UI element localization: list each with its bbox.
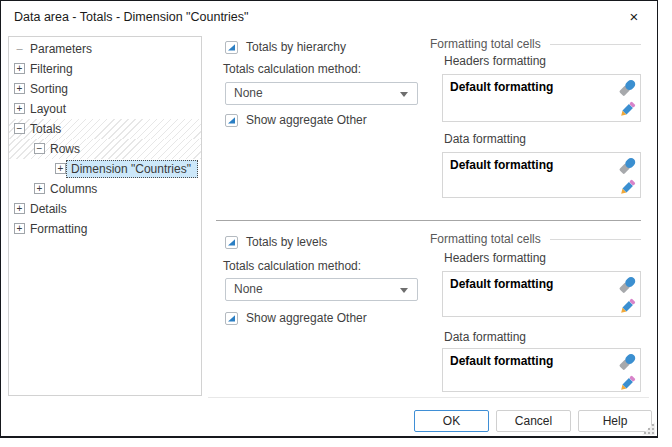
eraser-icon[interactable] (618, 78, 637, 97)
expand-icon[interactable]: + (14, 223, 25, 234)
dialog-title: Data area - Totals - Dimension "Countrie… (14, 10, 248, 24)
tree-item-highlight: Filtering (25, 60, 77, 78)
tree: –Parameters+Filtering+Sorting+Layout−Tot… (8, 36, 202, 396)
tree-item-label: Filtering (30, 62, 73, 76)
expand-icon[interactable]: + (55, 163, 66, 174)
edit-pencil-icon[interactable] (618, 100, 637, 119)
tree-item-highlight: Rows (45, 140, 84, 158)
eraser-icon[interactable] (618, 352, 637, 371)
tree-item-label: Totals (30, 122, 61, 136)
tree-item-label: Rows (50, 142, 80, 156)
calculation-method-dropdown[interactable]: None (225, 278, 418, 301)
totals-by-hierarchy-checkbox-row[interactable]: Totals by hierarchy (225, 40, 346, 54)
group-label: Formatting total cells (430, 232, 541, 246)
eraser-icon[interactable] (618, 156, 637, 175)
leaf-dash-icon: – (14, 43, 25, 54)
checkbox-triangle-icon (228, 117, 235, 124)
tree-item-parameters[interactable]: –Parameters (9, 39, 201, 59)
title-bar: Data area - Totals - Dimension "Countrie… (1, 1, 657, 33)
tree-item-label: Sorting (30, 82, 68, 96)
help-button[interactable]: Help (578, 410, 652, 432)
calculation-method-value: None (234, 86, 263, 100)
group-label: Formatting total cells (430, 37, 541, 51)
edit-pencil-icon[interactable] (618, 178, 637, 197)
tree-item-filtering[interactable]: +Filtering (9, 59, 201, 79)
show-aggregate-other-checkbox-row[interactable]: Show aggregate Other (225, 113, 367, 127)
checkbox-triangle-icon (228, 239, 235, 246)
tree-item-columns[interactable]: +Columns (9, 179, 201, 199)
tree-item-label: Parameters (30, 42, 92, 56)
checkbox-indeterminate-icon[interactable] (225, 312, 238, 325)
tree-item-highlight: Formatting (25, 220, 91, 238)
checkbox-indeterminate-icon[interactable] (225, 41, 238, 54)
data-formatting-value: Default formatting (450, 354, 553, 368)
chevron-down-icon (400, 288, 408, 293)
formatting-tools (618, 352, 637, 393)
dialog-window: Data area - Totals - Dimension "Countrie… (0, 0, 658, 438)
collapse-icon[interactable]: − (14, 123, 25, 134)
close-icon[interactable]: × (625, 8, 643, 26)
data-formatting-box: Default formatting (442, 348, 641, 392)
expand-icon[interactable]: + (34, 183, 45, 194)
expand-icon[interactable]: + (14, 103, 25, 114)
eraser-icon[interactable] (618, 275, 637, 294)
tree-item-label: Columns (50, 182, 97, 196)
headers-formatting-value: Default formatting (450, 277, 553, 291)
method-label: Totals calculation method: (223, 259, 361, 273)
group-rule (550, 44, 641, 45)
tree-item-highlight: Totals (25, 120, 65, 138)
tree-item-label: Layout (30, 102, 66, 116)
tree-item-dimension-countries[interactable]: +Dimension "Countries" (9, 159, 201, 179)
headers-formatting-value: Default formatting (450, 80, 553, 94)
tree-item-highlight: Details (25, 200, 71, 218)
cancel-button[interactable]: Cancel (496, 410, 571, 432)
show-aggregate-other-label: Show aggregate Other (246, 113, 367, 127)
expand-icon[interactable]: + (14, 203, 25, 214)
headers-formatting-box: Default formatting (442, 271, 641, 317)
show-aggregate-other-checkbox-row[interactable]: Show aggregate Other (225, 311, 367, 325)
calculation-method-dropdown[interactable]: None (225, 82, 418, 105)
resize-grip[interactable] (642, 422, 655, 435)
expand-icon[interactable]: + (14, 83, 25, 94)
totals-by-hierarchy-label: Totals by hierarchy (246, 40, 346, 54)
ok-button[interactable]: OK (414, 410, 489, 432)
method-label: Totals calculation method: (223, 62, 361, 76)
tree-item-rows[interactable]: −Rows (9, 139, 201, 159)
tree-item-highlight: Dimension "Countries" (66, 160, 198, 178)
edit-pencil-icon[interactable] (618, 374, 637, 393)
formatting-tools (618, 275, 637, 316)
headers-formatting-label: Headers formatting (444, 54, 546, 68)
data-formatting-value: Default formatting (450, 158, 553, 172)
formatting-total-cells-group: Formatting total cells (430, 37, 641, 51)
checkbox-indeterminate-icon[interactable] (225, 236, 238, 249)
headers-formatting-label: Headers formatting (444, 251, 546, 265)
tree-item-highlight: Parameters (25, 40, 96, 58)
formatting-total-cells-group: Formatting total cells (430, 232, 641, 246)
data-formatting-label: Data formatting (444, 330, 526, 344)
tree-item-details[interactable]: +Details (9, 199, 201, 219)
section-separator (216, 220, 641, 221)
headers-formatting-box: Default formatting (442, 74, 641, 122)
expand-icon[interactable]: + (14, 63, 25, 74)
totals-by-levels-label: Totals by levels (246, 235, 327, 249)
checkbox-indeterminate-icon[interactable] (225, 114, 238, 127)
content-bottom-rule (208, 397, 649, 398)
collapse-icon[interactable]: − (34, 143, 45, 154)
group-rule (550, 239, 641, 240)
calculation-method-value: None (234, 282, 263, 296)
formatting-tools (618, 156, 637, 197)
tree-item-highlight: Layout (25, 100, 70, 118)
tree-item-label: Formatting (30, 222, 87, 236)
totals-by-levels-checkbox-row[interactable]: Totals by levels (225, 235, 327, 249)
data-formatting-box: Default formatting (442, 152, 641, 198)
tree-item-sorting[interactable]: +Sorting (9, 79, 201, 99)
checkbox-triangle-icon (228, 44, 235, 51)
tree-item-layout[interactable]: +Layout (9, 99, 201, 119)
checkbox-triangle-icon (228, 315, 235, 322)
tree-item-formatting[interactable]: +Formatting (9, 219, 201, 239)
tree-item-label: Dimension "Countries" (71, 162, 191, 176)
edit-pencil-icon[interactable] (618, 297, 637, 316)
formatting-tools (618, 78, 637, 119)
tree-item-highlight: Sorting (25, 80, 72, 98)
tree-item-totals[interactable]: −Totals (9, 119, 201, 139)
